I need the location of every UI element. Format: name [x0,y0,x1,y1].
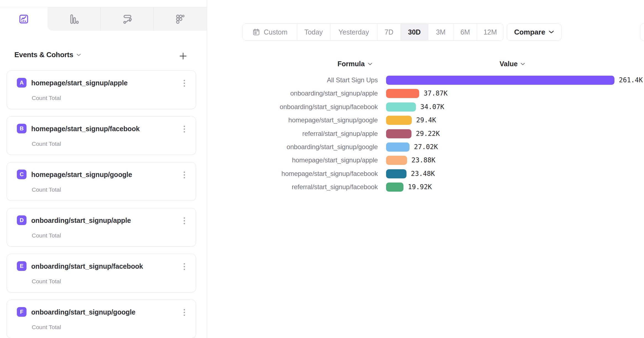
section-title: Events & Cohorts [14,51,73,59]
chart-row-label: referral/start_signup/facebook [155,180,378,194]
chart-bar[interactable] [386,183,403,192]
chart-row: onboarding/start_signup/apple 37.87K [0,87,644,100]
date-range-3m[interactable]: 3M [428,24,453,40]
chart-bar-value: 29.22K [416,127,440,141]
formula-column-header[interactable]: Formula [337,60,372,68]
chart-bar[interactable] [386,76,614,85]
date-range-12m[interactable]: 12M [477,24,503,40]
chart-row: homepage/start_signup/google 29.4K [0,113,644,127]
date-range-label: 6M [460,28,470,36]
add-event-button[interactable] [177,50,189,62]
chart-bar[interactable] [386,129,411,138]
sidebar-top-strip [0,0,207,7]
event-name: onboarding/start_signup/facebook [31,262,143,270]
date-range-30d[interactable]: 30D [400,24,428,40]
chevron-down-icon [76,54,81,56]
flows-icon [121,13,133,25]
retention-icon [174,13,186,25]
chart-row-label: homepage/start_signup/google [155,113,378,127]
event-letter-badge: F [17,307,27,317]
event-letter-badge: D [17,215,27,225]
chart-bar-value: 23.88K [411,154,436,167]
chart-row-label: All Start Sign Ups [155,73,378,87]
chart-bar-value: 23.48K [411,167,435,181]
line-chart-icon [18,13,30,25]
date-range-today[interactable]: Today [297,24,330,40]
chart-bar[interactable] [386,89,419,98]
tab-retention-report[interactable] [154,7,207,31]
chevron-down-icon [521,63,525,65]
value-header-label: Value [500,60,518,68]
chart-bar[interactable] [386,156,407,165]
event-name: onboarding/start_signup/google [31,308,135,316]
tab-insights[interactable] [0,7,47,31]
insights-report-page: Events & Cohorts A homepage/start_signup… [0,0,644,338]
tab-flows-report[interactable] [101,7,154,31]
chart-row: homepage/start_signup/facebook 23.48K [0,167,644,180]
chart-bar[interactable] [386,142,410,152]
kebab-menu-icon[interactable] [183,217,186,225]
chart-row-label: onboarding/start_signup/facebook [155,100,378,113]
chart-row: referral/start_signup/apple 29.22K [0,127,644,140]
events-cohorts-selector[interactable]: Events & Cohorts [14,51,81,59]
chart-row-label: referral/start_signup/apple [155,127,378,140]
date-range-label: Today [304,28,323,36]
formula-header-label: Formula [337,60,365,68]
date-range-label: 12M [484,28,497,36]
tab-bar-report[interactable] [47,7,101,31]
event-name: onboarding/start_signup/apple [31,216,131,225]
date-range-label: 7D [385,28,394,36]
clipped-edge-button[interactable] [640,23,644,41]
event-card[interactable]: E onboarding/start_signup/facebook Count… [7,254,196,292]
event-card[interactable]: F onboarding/start_signup/google Count T… [7,300,196,338]
chart-row-label: homepage/start_signup/apple [155,154,378,167]
chart-row: homepage/start_signup/apple 23.88K [0,154,644,167]
date-range-picker: Custom Today Yesterday 7D 30D 3M 6M 12M [242,23,503,41]
date-range-yesterday[interactable]: Yesterday [330,24,377,40]
chart-row-label: onboarding/start_signup/google [155,140,378,154]
event-metric-count-total[interactable]: Count Total [32,324,61,331]
event-letter-badge: E [17,261,27,271]
chart-bar-value: 29.4K [416,113,436,127]
chart-row: referral/start_signup/facebook 19.92K [0,180,644,194]
event-card[interactable]: D onboarding/start_signup/apple Count To… [7,208,196,247]
chart-bar-value: 37.87K [424,87,448,100]
chart-row: onboarding/start_signup/facebook 34.07K [0,100,644,113]
date-range-label: 30D [408,28,421,36]
report-type-tabs [0,7,207,31]
value-column-header[interactable]: Value [500,60,525,68]
chart-row: onboarding/start_signup/google 27.02K [0,140,644,154]
date-range-custom[interactable]: Custom [243,24,297,40]
chevron-down-icon [368,63,372,65]
chevron-down-icon [549,30,554,34]
event-metric-count-total[interactable]: Count Total [32,278,61,285]
chart-bar-value: 19.92K [408,180,432,194]
kebab-menu-icon[interactable] [183,308,186,316]
compare-button[interactable]: Compare [507,23,561,41]
chart-row-label: homepage/start_signup/facebook [155,167,378,180]
bar-chart-icon [68,13,80,25]
date-range-label: 3M [436,28,446,36]
date-range-label: Yesterday [339,28,369,36]
date-range-6m[interactable]: 6M [453,24,477,40]
chart-bar[interactable] [386,169,407,178]
chart-bar-value: 27.02K [414,140,438,154]
event-metric-count-total[interactable]: Count Total [32,232,61,239]
inactive-tabs-group [47,7,207,31]
date-range-7d[interactable]: 7D [377,24,400,40]
chart-bar[interactable] [386,116,412,125]
plus-icon [179,52,187,60]
chart-row-label: onboarding/start_signup/apple [155,87,378,100]
calendar-icon [252,28,260,36]
chart-bar[interactable] [386,102,416,112]
kebab-menu-icon[interactable] [183,263,186,271]
date-range-label: Custom [264,28,287,36]
chart-bar-value: 261.4K [619,73,643,87]
chart-row: All Start Sign Ups 261.4K [0,73,644,87]
compare-label: Compare [514,28,545,36]
chart-bar-value: 34.07K [420,100,444,114]
